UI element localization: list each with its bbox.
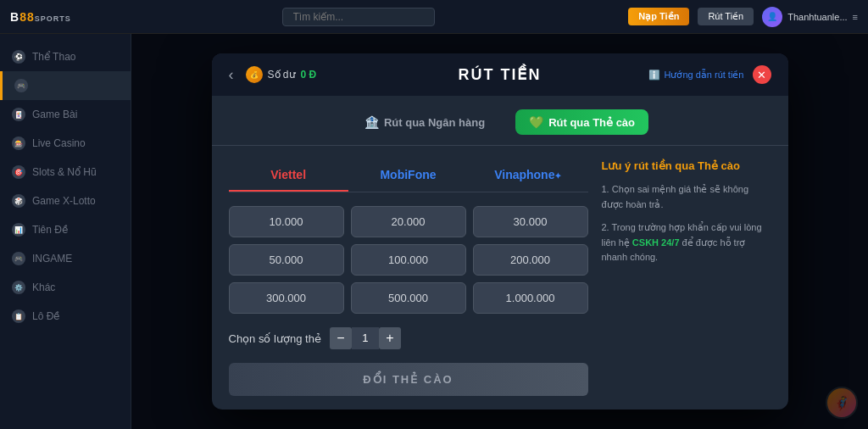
main-content: ‹ 💰 Số dư 0 Đ RÚT TIỀN ℹ️ Hướng dẫn rút … bbox=[131, 34, 868, 429]
sidebar-label-livecasino: Live Casino bbox=[32, 137, 86, 149]
amount-30000[interactable]: 30.000 bbox=[473, 206, 588, 237]
thethao-icon: ⚽ bbox=[12, 50, 25, 64]
khac-icon: ⚙️ bbox=[12, 281, 25, 294]
sidebar-label-xlotto: Game X-Lotto bbox=[32, 195, 96, 207]
note-item-1: 1. Chọn sai mệnh giá thẻ sẽ không được h… bbox=[602, 182, 771, 212]
amount-100000[interactable]: 100.000 bbox=[351, 244, 466, 276]
gamebai-icon: 🃏 bbox=[12, 108, 25, 121]
sidebar-item-lode[interactable]: 📋 Lô Đề bbox=[0, 302, 131, 331]
modal-header-right: ℹ️ Hướng dẫn rút tiền ✕ bbox=[648, 65, 771, 84]
navbar: B88SPORTS Nạp Tiền Rút Tiền 👤 Thanhtuanl… bbox=[0, 0, 868, 34]
sidebar-item-thethao[interactable]: ⚽ Thể Thao bbox=[0, 42, 131, 71]
sidebar-label-khac: Khác bbox=[32, 281, 55, 293]
xlotto-icon: 🎲 bbox=[12, 194, 25, 208]
amount-20000[interactable]: 20.000 bbox=[351, 206, 466, 237]
provider-tabs: Viettel MobiFone Vinaphone✦ bbox=[229, 159, 588, 192]
navbar-right: Nạp Tiền Rút Tiền 👤 Thanhtuanle... ≡ bbox=[628, 7, 858, 27]
ngan-hang-icon: 🏦 bbox=[364, 115, 379, 129]
brand-prefix: B bbox=[10, 10, 19, 24]
brand-logo: B88SPORTS bbox=[10, 10, 71, 24]
menu-icon[interactable]: ≡ bbox=[853, 12, 858, 22]
tab-the-cao-label: Rút qua Thẻ cào bbox=[548, 116, 635, 129]
sidebar-label-thethao: Thể Thao bbox=[32, 51, 75, 63]
navbar-center bbox=[88, 8, 629, 26]
brand-number: 88 bbox=[19, 10, 35, 24]
modal-tabs: 🏦 Rút qua Ngân hàng 💚 Rút qua Thẻ cào bbox=[212, 96, 788, 146]
sidebar-label-slots: Slots & Nổ Hũ bbox=[32, 166, 97, 178]
balance-icon: 💰 bbox=[246, 66, 263, 83]
balance-amount: 0 Đ bbox=[301, 69, 317, 81]
brand-suffix: SPORTS bbox=[35, 14, 71, 23]
info-icon: ℹ️ bbox=[648, 70, 660, 81]
search-input[interactable] bbox=[282, 8, 435, 26]
amount-300000[interactable]: 300.000 bbox=[229, 282, 344, 314]
ingame-icon: 🎮 bbox=[12, 252, 25, 265]
livecasino-icon: 🎰 bbox=[12, 136, 25, 150]
sidebar-item-ingame[interactable]: 🎮 INGAME bbox=[0, 244, 131, 273]
quantity-label: Chọn số lượng thẻ bbox=[229, 332, 321, 345]
qty-display: 1 bbox=[352, 327, 379, 349]
qty-controls: − 1 + bbox=[330, 327, 401, 349]
amount-50000[interactable]: 50.000 bbox=[229, 244, 344, 276]
submit-button[interactable]: ĐỔI THẺ CÀO bbox=[229, 363, 588, 396]
quantity-row: Chọn số lượng thẻ − 1 + bbox=[229, 327, 588, 349]
balance-label: Số dư bbox=[268, 69, 296, 81]
sidebar-item-gamebai[interactable]: 🃏 Game Bài bbox=[0, 100, 131, 129]
note-title: Lưu ý rút tiền qua Thẻ cào bbox=[602, 159, 771, 172]
amount-grid: 10.000 20.000 30.000 50.000 100.000 200.… bbox=[229, 206, 588, 314]
amount-200000[interactable]: 200.000 bbox=[473, 244, 588, 276]
tab-ngan-hang[interactable]: 🏦 Rút qua Ngân hàng bbox=[351, 109, 498, 135]
modal-title: RÚT TIỀN bbox=[459, 65, 542, 84]
sidebar-item-tiende[interactable]: 📊 Tiên Đề bbox=[0, 215, 131, 244]
tab-ngan-hang-label: Rút qua Ngân hàng bbox=[384, 116, 485, 129]
the-cao-icon: 💚 bbox=[529, 115, 543, 129]
amount-500000[interactable]: 500.000 bbox=[351, 282, 466, 314]
provider-viettel[interactable]: Viettel bbox=[229, 159, 348, 192]
user-info: 👤 Thanhtuanle... ≡ bbox=[762, 7, 858, 27]
modal-body: Viettel MobiFone Vinaphone✦ 10.000 20.00… bbox=[212, 146, 788, 410]
avatar: 👤 bbox=[762, 7, 782, 27]
qty-plus-button[interactable]: + bbox=[379, 327, 401, 349]
nap-tien-button[interactable]: Nạp Tiền bbox=[628, 8, 689, 25]
tab-the-cao[interactable]: 💚 Rút qua Thẻ cào bbox=[515, 109, 648, 135]
qty-minus-button[interactable]: − bbox=[330, 327, 352, 349]
lode-icon: 📋 bbox=[12, 309, 25, 323]
modal-back-button[interactable]: ‹ bbox=[229, 66, 234, 84]
username-label: Thanhtuanle... bbox=[787, 12, 847, 22]
tiende-icon: 📊 bbox=[12, 223, 25, 237]
modal-balance: 💰 Số dư 0 Đ bbox=[246, 66, 317, 83]
left-panel: Viettel MobiFone Vinaphone✦ 10.000 20.00… bbox=[229, 159, 588, 396]
sidebar-item-active[interactable]: 🎮 bbox=[0, 71, 131, 100]
rut-tien-nav-button[interactable]: Rút Tiền bbox=[698, 8, 754, 25]
active-icon: 🎮 bbox=[14, 79, 28, 92]
sidebar-item-khac[interactable]: ⚙️ Khác bbox=[0, 273, 131, 302]
sidebar-label-lode: Lô Đề bbox=[32, 310, 59, 322]
cskh-link[interactable]: CSKH 24/7 bbox=[632, 237, 680, 248]
sidebar-item-livecasino[interactable]: 🎰 Live Casino bbox=[0, 129, 131, 158]
modal-header: ‹ 💰 Số dư 0 Đ RÚT TIỀN ℹ️ Hướng dẫn rút … bbox=[212, 53, 788, 96]
sidebar-item-slots[interactable]: 🎯 Slots & Nổ Hũ bbox=[0, 158, 131, 187]
close-button[interactable]: ✕ bbox=[753, 65, 771, 84]
provider-mobifone[interactable]: MobiFone bbox=[348, 159, 468, 192]
note-item-2: 2. Trong trường hợp khẩn cấp vui lòng li… bbox=[602, 220, 771, 265]
provider-vinaphone[interactable]: Vinaphone✦ bbox=[468, 159, 587, 192]
sidebar-label-gamebai: Game Bài bbox=[32, 109, 77, 120]
modal-ruttien: ‹ 💰 Số dư 0 Đ RÚT TIỀN ℹ️ Hướng dẫn rút … bbox=[212, 53, 788, 410]
slots-icon: 🎯 bbox=[12, 165, 25, 179]
sidebar-label-tiende: Tiên Đề bbox=[32, 224, 68, 236]
guide-link[interactable]: ℹ️ Hướng dẫn rút tiền bbox=[648, 70, 743, 81]
amount-1000000[interactable]: 1.000.000 bbox=[473, 282, 588, 314]
sidebar-label-ingame: INGAME bbox=[32, 253, 72, 265]
guide-label: Hướng dẫn rút tiền bbox=[664, 70, 743, 81]
amount-10000[interactable]: 10.000 bbox=[229, 206, 344, 237]
right-panel: Lưu ý rút tiền qua Thẻ cào 1. Chọn sai m… bbox=[602, 159, 771, 396]
sidebar: ⚽ Thể Thao 🎮 🃏 Game Bài 🎰 Live Casino 🎯 … bbox=[0, 34, 131, 429]
sidebar-item-xlotto[interactable]: 🎲 Game X-Lotto bbox=[0, 187, 131, 215]
